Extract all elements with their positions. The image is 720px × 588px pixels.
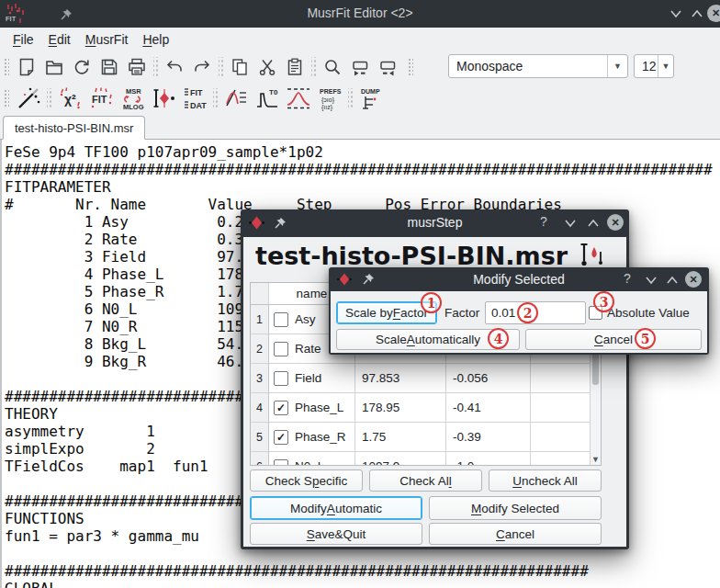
row-checkbox[interactable] [274, 342, 288, 356]
row-number: 6 [251, 452, 269, 466]
new-file-button[interactable] [13, 53, 40, 81]
row-number: 5 [251, 423, 269, 452]
param-name: Asy [295, 312, 316, 326]
toolbar-separator [213, 88, 218, 108]
modify-selected-dialog: Modify Selected ? ✕ Scale by Factor Fact… [329, 267, 709, 355]
param-name: Rate [295, 342, 321, 356]
dialog-heading-row: test-histo-PSI-BIN.msr [255, 241, 604, 270]
toolbar-drag-handle[interactable] [3, 57, 9, 77]
undo-button[interactable] [161, 53, 188, 81]
msr2dat-icon: FIT DAT [182, 85, 208, 111]
row-checkbox[interactable]: ✓ [274, 401, 288, 415]
calc-chisq-button[interactable]: χ² [54, 85, 85, 112]
tab-label: test-histo-PSI-BIN.msr [15, 121, 133, 135]
row-number: 1 [251, 305, 269, 334]
svg-text:MSR: MSR [126, 87, 141, 96]
find-button[interactable] [319, 53, 346, 81]
main-titlebar: FIT MusrFit Editor <2> ✕ [0, 0, 720, 28]
fourier-peak-icon [286, 85, 311, 111]
uncheck-all-button[interactable]: Uncheck All [489, 469, 602, 492]
param-name: N0_L [295, 459, 324, 466]
print-button[interactable] [123, 53, 151, 81]
musrstep-heading-icon [575, 241, 604, 270]
paste-button[interactable] [281, 53, 309, 81]
param-step: -0.056 [446, 364, 531, 393]
svg-text:MLOG: MLOG [123, 103, 144, 111]
musr-ft-button[interactable] [283, 85, 314, 112]
swap-msr-mlog-button[interactable]: MSR MLOG [117, 85, 148, 112]
row-checkbox[interactable] [274, 459, 288, 467]
check-specific-button[interactable]: Check Specific [250, 469, 363, 492]
copy-button[interactable] [226, 53, 253, 81]
msr-filename-heading: test-histo-PSI-BIN.msr [255, 242, 568, 270]
paste-icon [285, 57, 305, 77]
table-row[interactable]: 6 N0_L 1097.9 -1.0 [251, 452, 591, 466]
chevron-down-icon: ▼ [658, 55, 673, 77]
svg-text:χ²: χ² [64, 92, 76, 107]
save-quit-button[interactable]: Save&Quit [250, 523, 422, 545]
musr-step-button[interactable] [148, 85, 179, 112]
font-size-select[interactable]: 12 ▼ [634, 54, 674, 78]
shade-window-icon[interactable] [645, 275, 658, 286]
row-checkbox[interactable]: ✓ [274, 430, 288, 445]
tabbar: test-histo-PSI-BIN.msr [0, 114, 720, 140]
close-dialog-icon[interactable]: ✕ [685, 271, 702, 288]
maximize-window-icon[interactable] [666, 275, 679, 286]
font-family-select[interactable]: Monospace ▼ [448, 54, 628, 78]
svg-text:DAT: DAT [190, 101, 207, 110]
step-cancel-button[interactable]: Cancel [429, 523, 602, 545]
name-cell: N0_L [269, 452, 355, 466]
new-file-icon [17, 57, 37, 77]
musrfit-button[interactable]: FIT [85, 85, 117, 112]
row-checkbox[interactable] [274, 371, 288, 386]
svg-text:FIT: FIT [190, 88, 203, 97]
musrview-button[interactable] [220, 85, 252, 112]
menu-help[interactable]: Help [135, 29, 176, 50]
row-checkbox[interactable] [274, 312, 288, 327]
musr-dump-button[interactable]: DUMP [355, 85, 387, 112]
scroll-down-icon[interactable]: ▼ [591, 455, 601, 464]
menu-file[interactable]: File [6, 29, 41, 50]
reload-file-button[interactable] [68, 53, 96, 81]
help-icon[interactable]: ? [540, 214, 547, 229]
svg-text:{ıız}: {ıız} [321, 104, 333, 111]
toolbar-separator [219, 57, 223, 77]
musr-prefs-button[interactable]: PREFS {ɔıo} {ıız} [314, 85, 345, 112]
musrt0-button[interactable]: T0 [252, 85, 283, 112]
modify-automatic-button[interactable]: Modify Automatic [250, 496, 422, 520]
extra-cell [531, 393, 591, 423]
maximize-window-icon[interactable] [587, 218, 600, 229]
help-icon[interactable]: ? [624, 271, 631, 286]
toolbar-drag-handle[interactable] [3, 88, 9, 108]
menu-musrfit[interactable]: MusrFit [78, 29, 136, 50]
musr-wizard-button[interactable] [13, 85, 44, 112]
msr2dat-button[interactable]: FIT DAT [179, 85, 210, 112]
close-window-icon[interactable]: ✕ [707, 5, 720, 22]
shade-window-icon[interactable] [564, 218, 577, 229]
param-value: 178.95 [355, 393, 446, 423]
extra-cell [531, 423, 591, 452]
find-next-button[interactable] [346, 53, 374, 81]
open-folder-icon [44, 57, 64, 77]
cut-button[interactable] [253, 53, 281, 81]
maximize-window-icon[interactable] [691, 8, 703, 19]
param-step: -1.0 [446, 452, 531, 466]
musr-step-icon [151, 85, 176, 111]
shade-window-icon[interactable] [669, 8, 682, 19]
find-previous-button[interactable] [374, 53, 401, 81]
modify-cancel-button[interactable]: Cancel [525, 329, 702, 350]
save-file-button[interactable] [96, 53, 123, 81]
check-all-button[interactable]: Check All [369, 469, 482, 492]
window-title: MusrFit Editor <2> [0, 6, 720, 20]
table-row[interactable]: 4 ✓Phase_L 178.95 -0.41 [251, 393, 591, 423]
open-file-button[interactable] [40, 53, 68, 81]
redo-button[interactable] [188, 53, 216, 81]
toolbar-drag-handle[interactable] [407, 57, 413, 77]
table-row[interactable]: 5 ✓Phase_R 1.75 -0.39 [251, 423, 591, 452]
musrview-icon [223, 85, 249, 111]
table-row[interactable]: 3 Field 97.853 -0.056 [251, 364, 591, 393]
tab-msr-file[interactable]: test-histo-PSI-BIN.msr [3, 116, 145, 140]
close-dialog-icon[interactable]: ✕ [607, 214, 624, 231]
modify-selected-button[interactable]: Modify Selected [429, 496, 602, 520]
menu-edit[interactable]: Edit [41, 29, 78, 50]
